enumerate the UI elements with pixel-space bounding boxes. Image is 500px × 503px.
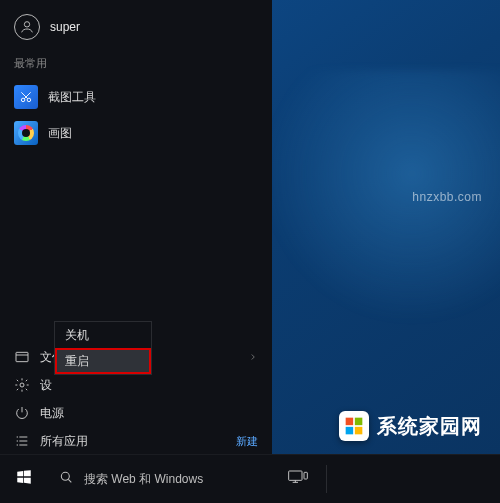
palette-icon [14, 121, 38, 145]
svg-rect-9 [355, 418, 363, 426]
svg-point-5 [61, 472, 69, 480]
power-submenu: 关机 重启 [55, 322, 151, 374]
taskbar-divider [326, 465, 327, 493]
user-account-button[interactable]: super [0, 0, 272, 50]
user-icon [14, 14, 40, 40]
nav-label: 设 [40, 377, 52, 394]
search-placeholder-text: 搜索 Web 和 Windows [84, 471, 203, 488]
svg-point-0 [24, 22, 29, 27]
svg-rect-11 [355, 427, 363, 435]
task-view-icon [287, 469, 309, 489]
gear-icon [14, 377, 30, 393]
power-submenu-shutdown[interactable]: 关机 [55, 322, 151, 348]
user-name-label: super [50, 20, 80, 34]
power-icon [14, 405, 30, 421]
search-icon [58, 469, 74, 489]
start-button[interactable] [0, 455, 48, 503]
app-label: 画图 [48, 125, 72, 142]
app-snipping-tool[interactable]: 截图工具 [0, 79, 272, 115]
bottom-nav: 关机 重启 文件 设 [0, 343, 272, 455]
svg-rect-3 [16, 352, 28, 361]
section-most-used-label: 最常用 [0, 50, 272, 79]
desktop: hnzxbb.com super 最常用 截图工具 画图 关机 重启 [0, 0, 500, 503]
file-explorer-icon [14, 349, 30, 365]
chevron-right-icon [248, 352, 258, 362]
power-submenu-restart[interactable]: 重启 [55, 348, 151, 374]
scissors-icon [14, 85, 38, 109]
taskbar: 搜索 Web 和 Windows [0, 455, 500, 503]
nav-power[interactable]: 电源 [0, 399, 272, 427]
brand-logo: 系统家园网 [339, 411, 482, 441]
task-view-button[interactable] [274, 455, 322, 503]
svg-rect-8 [346, 418, 354, 426]
svg-rect-6 [289, 471, 302, 480]
brand-logo-badge [339, 411, 369, 441]
list-icon [14, 433, 30, 449]
nav-label: 所有应用 [40, 433, 88, 450]
brand-logo-label: 系统家园网 [377, 413, 482, 440]
app-paint[interactable]: 画图 [0, 115, 272, 151]
nav-all-apps[interactable]: 所有应用 新建 [0, 427, 272, 455]
svg-point-4 [20, 383, 24, 387]
nav-badge: 新建 [236, 434, 258, 449]
app-label: 截图工具 [48, 89, 96, 106]
svg-rect-7 [304, 472, 307, 479]
start-menu: super 最常用 截图工具 画图 关机 重启 [0, 0, 272, 455]
svg-rect-10 [346, 427, 354, 435]
taskbar-search[interactable]: 搜索 Web 和 Windows [48, 455, 274, 503]
windows-logo-icon [15, 468, 33, 490]
nav-settings[interactable]: 设 [0, 371, 272, 399]
nav-label: 电源 [40, 405, 64, 422]
spacer [0, 151, 272, 343]
